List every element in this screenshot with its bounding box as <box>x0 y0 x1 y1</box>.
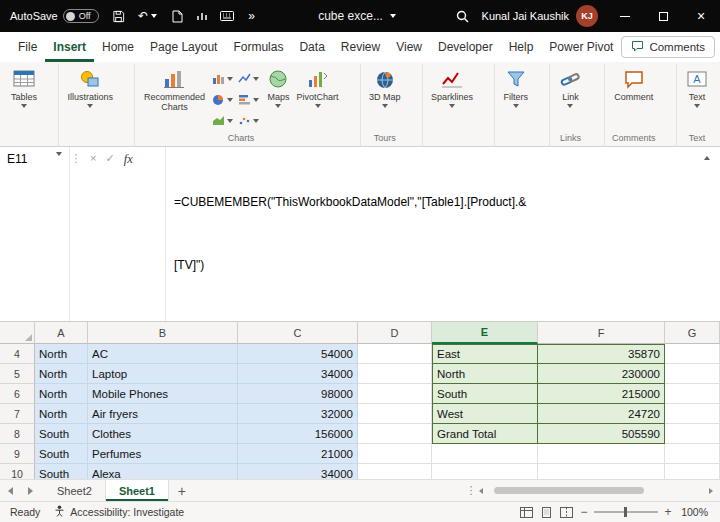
tab-help[interactable]: Help <box>501 32 542 62</box>
zoom-in-button[interactable]: + <box>660 505 676 519</box>
cell-a6[interactable]: North <box>35 384 88 404</box>
tab-view[interactable]: View <box>388 32 430 62</box>
link-button[interactable]: Link <box>555 64 585 108</box>
column-header-b[interactable]: B <box>88 322 238 344</box>
cell-a8[interactable]: South <box>35 424 88 444</box>
zoom-slider[interactable] <box>594 511 658 513</box>
cell-a9[interactable]: South <box>35 444 88 464</box>
zoom-out-button[interactable]: − <box>576 505 592 519</box>
line-chart-button[interactable] <box>238 70 259 88</box>
new-sheet-button[interactable]: + <box>169 483 195 499</box>
cell-g7[interactable] <box>665 404 720 424</box>
sheet-nav-right-icon[interactable] <box>20 487 40 495</box>
tab-power-pivot[interactable]: Power Pivot <box>541 32 621 62</box>
document-icon[interactable] <box>166 3 188 29</box>
file-title[interactable]: cube exce... <box>266 9 449 23</box>
horizontal-scrollbar[interactable] <box>479 485 720 496</box>
tab-review[interactable]: Review <box>333 32 388 62</box>
cell-e8[interactable]: Grand Total <box>432 424 538 444</box>
row-header-8[interactable]: 8 <box>0 424 35 444</box>
tab-page-layout[interactable]: Page Layout <box>142 32 225 62</box>
tables-button[interactable]: Tables <box>8 64 40 108</box>
sparklines-button[interactable]: Sparklines <box>428 64 476 108</box>
scroll-left-icon[interactable] <box>479 488 483 494</box>
column-header-f[interactable]: F <box>538 322 665 344</box>
cell-c6[interactable]: 98000 <box>238 384 358 404</box>
column-header-c[interactable]: C <box>238 322 358 344</box>
cell-c10[interactable]: 34000 <box>238 464 358 479</box>
cell-a4[interactable]: North <box>35 344 88 364</box>
scroll-right-icon[interactable] <box>709 488 713 494</box>
bar-chart-button[interactable] <box>238 91 259 109</box>
save-icon[interactable] <box>108 3 130 29</box>
cell-a5[interactable]: North <box>35 364 88 384</box>
autosave-toggle[interactable]: AutoSave Off <box>10 9 99 23</box>
row-header-10[interactable]: 10 <box>0 464 35 479</box>
cell-a7[interactable]: North <box>35 404 88 424</box>
cell-e9[interactable] <box>432 444 538 464</box>
enter-icon[interactable]: ✓ <box>105 152 114 321</box>
cell-a10[interactable]: South <box>35 464 88 479</box>
cell-f9[interactable] <box>538 444 665 464</box>
tab-data[interactable]: Data <box>291 32 332 62</box>
cell-g8[interactable] <box>665 424 720 444</box>
chart-icon[interactable] <box>191 3 213 29</box>
cell-b5[interactable]: Laptop <box>88 364 238 384</box>
cell-d9[interactable] <box>358 444 432 464</box>
cell-g9[interactable] <box>665 444 720 464</box>
tab-home[interactable]: Home <box>94 32 142 62</box>
cell-d10[interactable] <box>358 464 432 479</box>
column-header-e[interactable]: E <box>432 322 538 344</box>
cell-d8[interactable] <box>358 424 432 444</box>
column-chart-button[interactable] <box>212 70 233 88</box>
row-header-6[interactable]: 6 <box>0 384 35 404</box>
cell-e7[interactable]: West <box>432 404 538 424</box>
cell-c4[interactable]: 54000 <box>238 344 358 364</box>
filters-button[interactable]: Filters <box>500 64 531 108</box>
cell-f10[interactable] <box>538 464 665 479</box>
normal-view-button[interactable] <box>516 507 536 518</box>
comments-button[interactable]: Comments <box>621 36 715 58</box>
cell-e4[interactable]: East <box>432 344 538 364</box>
scrollbar-thumb[interactable] <box>494 487 644 494</box>
cell-c9[interactable]: 21000 <box>238 444 358 464</box>
accessibility-status[interactable]: Accessibility: Investigate <box>54 505 184 519</box>
column-header-a[interactable]: A <box>35 322 88 344</box>
illustrations-button[interactable]: Illustrations <box>64 64 116 108</box>
cell-f4[interactable]: 35870 <box>538 344 665 364</box>
account[interactable]: Kunal Jai Kaushik KJ <box>482 5 598 27</box>
cell-c8[interactable]: 156000 <box>238 424 358 444</box>
sheet-nav-left-icon[interactable] <box>0 487 20 495</box>
sheet-tab-sheet2[interactable]: Sheet2 <box>44 480 105 501</box>
keyboard-icon[interactable] <box>216 3 238 29</box>
scrollbar-track[interactable] <box>488 485 704 496</box>
cell-g5[interactable] <box>665 364 720 384</box>
select-all-corner[interactable] <box>0 322 35 344</box>
tab-file[interactable]: File <box>10 32 45 62</box>
cell-e5[interactable]: North <box>432 364 538 384</box>
zoom-slider-thumb[interactable] <box>624 507 627 517</box>
cell-e10[interactable] <box>432 464 538 479</box>
sheet-tab-sheet1[interactable]: Sheet1 <box>105 480 169 501</box>
cell-b9[interactable]: Perfumes <box>88 444 238 464</box>
maximize-button[interactable] <box>644 0 682 32</box>
cell-f7[interactable]: 24720 <box>538 404 665 424</box>
cell-d5[interactable] <box>358 364 432 384</box>
cell-f5[interactable]: 230000 <box>538 364 665 384</box>
cell-c7[interactable]: 32000 <box>238 404 358 424</box>
cell-d6[interactable] <box>358 384 432 404</box>
tab-formulas[interactable]: Formulas <box>225 32 291 62</box>
cell-g6[interactable] <box>665 384 720 404</box>
row-header-7[interactable]: 7 <box>0 404 35 424</box>
3d-map-button[interactable]: 3D Map <box>366 64 404 108</box>
area-chart-button[interactable] <box>212 112 233 130</box>
cell-b6[interactable]: Mobile Phones <box>88 384 238 404</box>
cell-d4[interactable] <box>358 344 432 364</box>
cell-g4[interactable] <box>665 344 720 364</box>
zoom-level[interactable]: 100% <box>676 506 720 518</box>
cell-b4[interactable]: AC <box>88 344 238 364</box>
row-header-5[interactable]: 5 <box>0 364 35 384</box>
row-header-9[interactable]: 9 <box>0 444 35 464</box>
column-header-d[interactable]: D <box>358 322 432 344</box>
formula-input[interactable]: =CUBEMEMBER("ThisWorkbookDataModel","[Ta… <box>166 147 694 321</box>
